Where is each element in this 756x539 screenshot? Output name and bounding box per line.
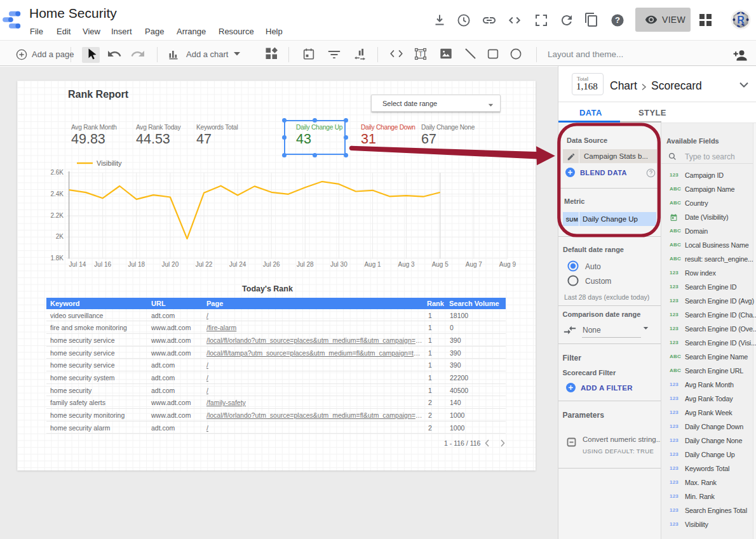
svg-text:Aug 1: Aug 1	[364, 261, 381, 268]
svg-text:Jul 20: Jul 20	[162, 261, 179, 268]
svg-text:Jul 26: Jul 26	[263, 261, 280, 268]
svg-text:Jul 28: Jul 28	[297, 261, 314, 268]
svg-text:T: T	[419, 50, 423, 58]
svg-text:2K: 2K	[56, 233, 64, 240]
svg-text:2.6K: 2.6K	[50, 169, 64, 176]
svg-text:Aug 7: Aug 7	[466, 261, 483, 268]
svg-text:Aug 5: Aug 5	[432, 261, 449, 268]
svg-text:R: R	[737, 15, 745, 25]
svg-text:1.8K: 1.8K	[50, 255, 64, 262]
svg-text:Aug 3: Aug 3	[398, 261, 415, 268]
svg-text:Jul 16: Jul 16	[94, 261, 111, 268]
svg-text:?: ?	[615, 15, 620, 25]
svg-text:Aug 9: Aug 9	[499, 261, 516, 268]
svg-text:Jul 18: Jul 18	[128, 261, 145, 268]
svg-text:Jul 30: Jul 30	[330, 261, 348, 268]
svg-text:Visibility: Visibility	[97, 159, 122, 167]
svg-text:Jul 22: Jul 22	[196, 261, 213, 268]
svg-text:2.4K: 2.4K	[50, 190, 64, 197]
svg-text:Jul 14: Jul 14	[69, 261, 86, 268]
svg-text:2.2K: 2.2K	[50, 212, 64, 219]
svg-text:Jul 24: Jul 24	[229, 261, 246, 268]
